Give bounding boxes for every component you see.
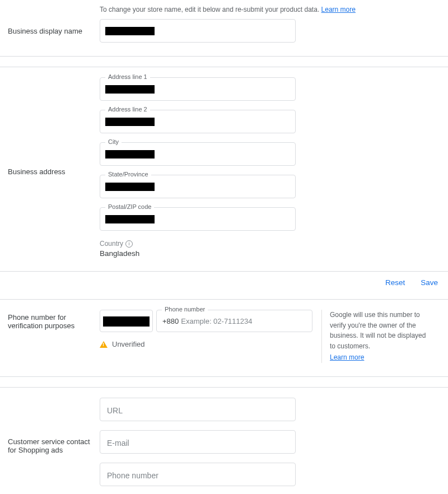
- actions-row: Reset Save: [0, 272, 448, 289]
- display-name-label: Business display name: [0, 27, 100, 35]
- warning-icon: [100, 341, 108, 348]
- redacted-content: [105, 85, 155, 94]
- section-phone-verification: Phone number for verification purposes P…: [0, 299, 448, 377]
- redacted-content: [105, 118, 155, 126]
- address-line2-label: Address line 2: [105, 106, 150, 113]
- customer-service-label: Customer service contact for Shopping ad…: [0, 430, 100, 454]
- redacted-content: [105, 183, 155, 191]
- phone-number-label: Phone number: [162, 306, 208, 313]
- country-label: Country: [100, 240, 123, 248]
- helper-text: To change your store name, edit it below…: [100, 6, 319, 13]
- address-label: Business address: [0, 160, 100, 176]
- section-customer-service: Customer service contact for Shopping ad…: [0, 387, 448, 494]
- display-name-helper: To change your store name, edit it below…: [100, 6, 448, 13]
- redacted-content: [105, 215, 155, 223]
- verification-status: Unverified: [100, 340, 312, 348]
- learn-more-link[interactable]: Learn more: [321, 6, 356, 13]
- cs-email-input[interactable]: [100, 430, 296, 454]
- country-label-row: Country i: [100, 240, 296, 248]
- redacted-content: [105, 27, 155, 35]
- section-business-address: Business address Address line 1 Address …: [0, 67, 448, 272]
- phone-number-field[interactable]: +880 Example: 02-7111234: [156, 310, 312, 332]
- phone-placeholder: Example: 02-7111234: [181, 317, 252, 325]
- phone-side-note: Google will use this number to verify yo…: [321, 310, 427, 363]
- redacted-content: [103, 316, 150, 327]
- info-icon[interactable]: i: [125, 240, 133, 248]
- reset-button[interactable]: Reset: [385, 278, 405, 287]
- note-text: Google will use this number to verify yo…: [330, 311, 426, 350]
- section-business-display-name: To change your store name, edit it below…: [0, 0, 448, 57]
- save-button[interactable]: Save: [421, 278, 438, 287]
- address-line1-label: Address line 1: [105, 73, 150, 80]
- phone-label: Phone number for verification purposes: [0, 310, 100, 330]
- state-label: State/Province: [105, 171, 151, 178]
- cs-phone-input[interactable]: [100, 463, 296, 486]
- status-text: Unverified: [112, 340, 145, 348]
- postal-label: Postal/ZIP code: [105, 203, 154, 210]
- learn-more-link[interactable]: Learn more: [330, 352, 364, 363]
- phone-prefix: +880: [162, 317, 179, 325]
- cs-url-input[interactable]: [100, 398, 296, 421]
- city-label: City: [105, 138, 122, 145]
- redacted-content: [105, 150, 155, 159]
- country-value: Bangladesh: [100, 249, 296, 258]
